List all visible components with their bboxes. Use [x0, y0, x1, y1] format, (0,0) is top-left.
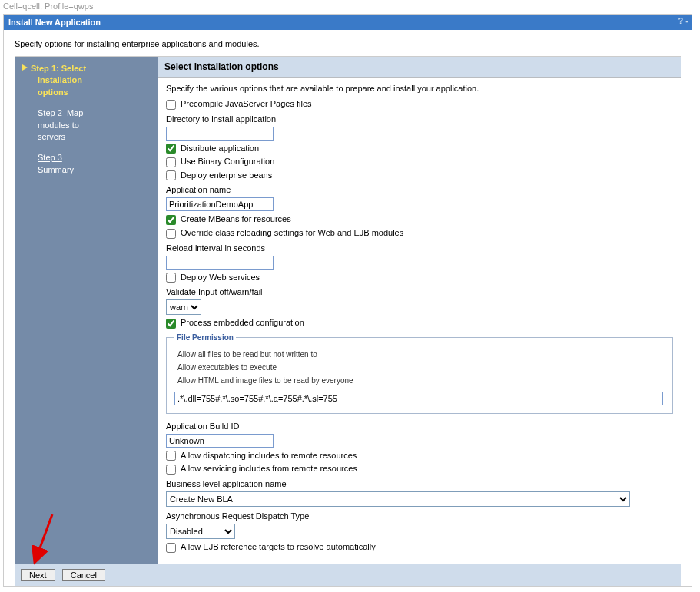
- deploy-ws-checkbox[interactable]: Deploy Web services: [166, 273, 260, 282]
- intro-text: Specify options for installing enterpris…: [15, 39, 681, 48]
- allow-ejb-ref-checkbox[interactable]: Allow EJB reference targets to resolve a…: [166, 542, 376, 551]
- app-build-id-label: Application Build ID: [166, 422, 673, 431]
- bla-label: Business level application name: [166, 479, 673, 488]
- file-permission-fieldset: File Permission Allow all files to be re…: [166, 333, 673, 414]
- distribute-checkbox[interactable]: Distribute application: [166, 144, 259, 153]
- app-build-id-input[interactable]: [166, 434, 274, 448]
- process-embedded-checkbox[interactable]: Process embedded configuration: [166, 318, 304, 327]
- dir-install-label: Directory to install application: [166, 114, 673, 124]
- help-icon[interactable]: ? -: [678, 16, 688, 25]
- allow-servicing-checkbox[interactable]: Allow servicing includes from remote res…: [166, 464, 357, 473]
- validate-select[interactable]: warn: [166, 299, 201, 315]
- arrow-icon: [22, 64, 28, 71]
- step-2[interactable]: Step 2 Map modules to servers: [22, 107, 151, 143]
- file-perm-opt-2[interactable]: Allow executables to execute: [174, 361, 665, 374]
- breadcrumb: Cell=qcell, Profile=qwps: [0, 0, 700, 14]
- file-perm-opt-3[interactable]: Allow HTML and image files to be read by…: [174, 374, 665, 387]
- reload-interval-label: Reload interval in seconds: [166, 243, 673, 253]
- app-name-input[interactable]: [166, 197, 274, 211]
- main-content: Select installation options Specify the …: [158, 57, 681, 564]
- validate-label: Validate Input off/warn/fail: [166, 287, 673, 296]
- cancel-button[interactable]: Cancel: [62, 569, 105, 581]
- app-name-label: Application name: [166, 185, 673, 194]
- file-permission-legend: File Permission: [174, 333, 236, 342]
- async-dispatch-label: Asynchronous Request Dispatch Type: [166, 511, 673, 521]
- next-button[interactable]: Next: [21, 569, 55, 581]
- precompile-checkbox[interactable]: Precompile JavaServer Pages files: [166, 99, 312, 108]
- wizard-steps-sidebar: Step 1: Select installation options Step…: [15, 57, 158, 564]
- section-desc: Specify the various options that are ava…: [166, 84, 673, 93]
- section-title: Select installation options: [158, 57, 681, 78]
- install-panel: Install New Application ? - Specify opti…: [3, 14, 692, 587]
- allow-dispatch-checkbox[interactable]: Allow dispatching includes to remote res…: [166, 451, 357, 460]
- step-2-link[interactable]: Step 2: [38, 108, 62, 117]
- file-perm-string-input[interactable]: [174, 392, 663, 405]
- file-perm-opt-1[interactable]: Allow all files to be read but not writt…: [174, 348, 665, 361]
- async-dispatch-select[interactable]: Disabled: [166, 524, 235, 539]
- step-3-link[interactable]: Step 3: [38, 153, 62, 162]
- step-1-current: Step 1: Select installation options: [22, 63, 151, 98]
- dir-install-input[interactable]: [166, 127, 274, 141]
- button-footer: Next Cancel: [15, 564, 681, 586]
- title-bar: Install New Application ? -: [4, 15, 692, 30]
- deploy-ejb-checkbox[interactable]: Deploy enterprise beans: [166, 170, 272, 180]
- override-reload-checkbox[interactable]: Override class reloading settings for We…: [166, 228, 403, 237]
- reload-interval-input[interactable]: [166, 256, 274, 270]
- step-3[interactable]: Step 3 Summary: [22, 152, 151, 176]
- use-binary-checkbox[interactable]: Use Binary Configuration: [166, 157, 274, 166]
- title-text: Install New Application: [8, 18, 101, 27]
- create-mbeans-checkbox[interactable]: Create MBeans for resources: [166, 214, 291, 223]
- bla-select[interactable]: Create New BLA: [166, 491, 630, 507]
